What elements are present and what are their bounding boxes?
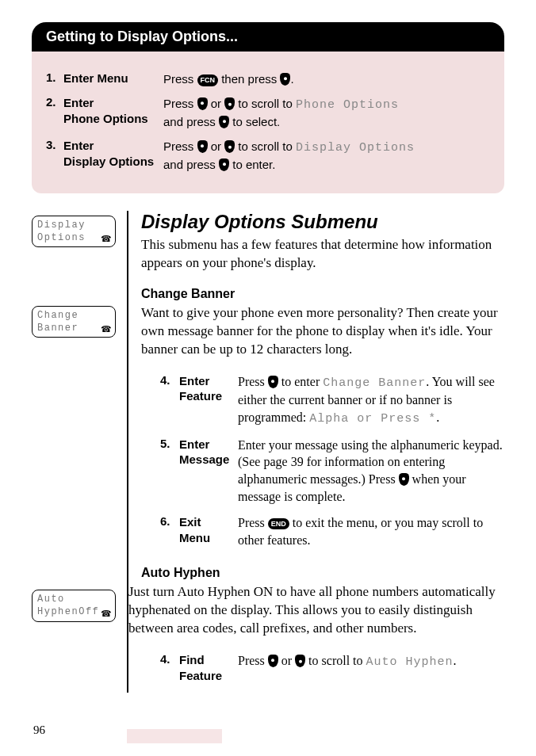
text-fragment: Press (238, 654, 268, 667)
text-fragment: Press (163, 97, 197, 110)
text-fragment: to enter (278, 375, 323, 388)
text-fragment: Press (163, 72, 197, 86)
step-label: Enter Feature (179, 373, 238, 427)
cb-step-5: 5. Enter Message Enter your message usin… (160, 437, 504, 505)
phone-icon: ☎ (101, 609, 112, 619)
lcd-text-inline: Change Banner (323, 376, 426, 390)
text-fragment: then press (218, 72, 280, 86)
step-label: Exit Menu (179, 514, 238, 548)
step-text: Press END to exit the menu, or you may s… (238, 514, 504, 548)
step-text: Press or to scroll to Phone Options and … (163, 95, 490, 130)
step-label: Enter Menu (63, 71, 163, 86)
lcd-text-inline: Alpha or Press * (309, 412, 436, 426)
step-number: 4. (160, 652, 179, 683)
header-step-2: 2. Enter Phone Options Press or to scrol… (46, 95, 490, 130)
step-text: Press or to scroll to Auto Hyphen. (238, 652, 504, 683)
phone-icon: ☎ (101, 234, 112, 244)
text-fragment: to scroll to (305, 654, 366, 667)
change-banner-body: Want to give your phone even more person… (141, 304, 504, 359)
step-number: 1. (46, 71, 63, 84)
up-key-icon (268, 655, 278, 667)
step-text: Press or to scroll to Display Options an… (163, 138, 490, 173)
up-key-icon (197, 97, 208, 110)
step-label: Enter Phone Options (63, 95, 163, 126)
side-column: Display Options ☎ Change Banner ☎ Auto H… (32, 211, 127, 693)
step-text: Enter your message using the alphanumeri… (238, 437, 504, 505)
lcd-text-inline: Phone Options (296, 98, 399, 112)
page-number: 96 (33, 724, 45, 737)
header-step-3: 3. Enter Display Options Press or to scr… (46, 138, 490, 173)
step-label: Enter Display Options (63, 138, 163, 169)
lcd-line: Display (37, 220, 110, 232)
lcd-text-inline: Display Options (296, 141, 415, 155)
phone-icon: ☎ (101, 324, 112, 334)
text-fragment: . (436, 410, 439, 424)
nav-key-icon (219, 116, 229, 128)
step-number: 3. (46, 138, 63, 151)
text-fragment: . (290, 72, 293, 86)
step-number: 6. (160, 514, 179, 548)
cb-step-4: 4. Enter Feature Press to enter Change B… (160, 373, 504, 427)
lcd-display-options: Display Options ☎ (32, 216, 116, 247)
auto-hyphen-body: Just turn Auto Hyphen ON to have all pho… (128, 583, 504, 638)
text-fragment: and press (163, 158, 219, 171)
text-fragment: . (454, 654, 457, 667)
down-key-icon (224, 97, 235, 110)
nav-key-icon (280, 73, 290, 86)
nav-key-icon (268, 376, 278, 388)
lcd-change-banner: Change Banner ☎ (32, 306, 116, 338)
nav-key-icon (219, 158, 229, 171)
text-fragment: Press (238, 516, 268, 529)
step-text: Press to enter Change Banner. You will s… (238, 373, 504, 427)
text-fragment: to scroll to (235, 139, 296, 153)
lcd-text-inline: Auto Hyphen (366, 655, 454, 669)
lcd-auto-hyphen: Auto HyphenOff ☎ (32, 590, 116, 621)
lcd-line: HyphenOff (37, 606, 110, 619)
main-column: Display Options Submenu This submenu has… (127, 211, 504, 693)
text-fragment: Press (238, 375, 268, 388)
text-fragment: Press (163, 139, 197, 153)
step-number: 4. (160, 373, 179, 427)
lcd-line: Banner (37, 323, 110, 335)
header-body: 1. Enter Menu Press FCN then press . 2. … (32, 52, 504, 193)
text-fragment: or (278, 654, 295, 667)
section-title: Display Options Submenu (141, 211, 504, 233)
down-key-icon (224, 140, 235, 153)
intro-text: This submenu has a few features that det… (141, 236, 504, 273)
auto-hyphen-head: Auto Hyphen (141, 566, 504, 580)
lcd-line: Auto (37, 594, 110, 606)
up-key-icon (197, 140, 208, 153)
text-fragment: and press (163, 115, 219, 128)
text-fragment: to scroll to (235, 97, 296, 110)
step-number: 2. (46, 95, 63, 109)
text-fragment: or (208, 97, 225, 110)
text-fragment: to select. (229, 115, 280, 128)
text-fragment: or (208, 139, 225, 153)
text-fragment: to enter. (229, 158, 275, 171)
step-text: Press FCN then press . (163, 71, 490, 87)
nav-key-icon (399, 473, 409, 486)
lcd-line: Change (37, 310, 110, 323)
change-banner-head: Change Banner (141, 287, 504, 301)
step-label: Enter Message (179, 437, 238, 505)
cb-step-6: 6. Exit Menu Press END to exit the menu,… (160, 514, 504, 548)
lcd-line: Options (37, 232, 110, 245)
header-title: Getting to Display Options... (32, 22, 504, 52)
step-label: Find Feature (179, 652, 238, 683)
fcn-pill: FCN (197, 74, 219, 86)
end-pill: END (268, 518, 289, 530)
step-number: 5. (160, 437, 179, 505)
header-box: Getting to Display Options... 1. Enter M… (32, 22, 504, 193)
ah-step-4: 4. Find Feature Press or to scroll to Au… (160, 652, 504, 683)
down-key-icon (295, 655, 305, 667)
header-step-1: 1. Enter Menu Press FCN then press . (46, 71, 490, 87)
footer-accent (127, 729, 222, 743)
